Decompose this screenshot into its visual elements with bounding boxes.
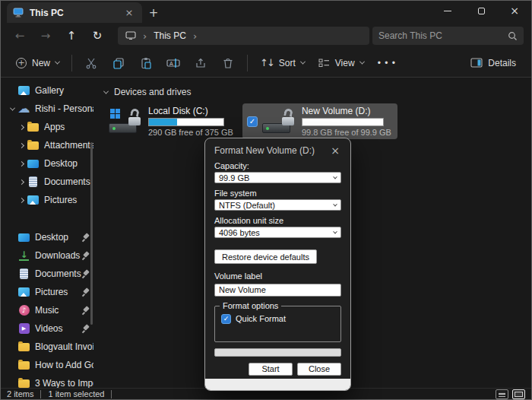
details-view-toggle[interactable] — [496, 389, 508, 399]
close-icon: × — [510, 5, 519, 17]
gallery-icon — [17, 84, 30, 97]
maximize-button[interactable] — [464, 1, 498, 21]
sidebar-item-3-ways-folder[interactable]: 3 Ways to Impo — [1, 374, 93, 388]
view-button[interactable]: View — [312, 53, 370, 73]
refresh-button[interactable]: ↻ — [86, 25, 109, 46]
share-button[interactable] — [188, 52, 214, 75]
pictures-icon — [27, 194, 40, 206]
sort-button[interactable]: ↑↓ Sort — [254, 52, 311, 73]
tab-this-pc[interactable]: This PC × — [7, 2, 142, 23]
drive-selected-checkbox[interactable]: ✓ — [247, 116, 258, 127]
chevron-right-icon[interactable] — [18, 160, 24, 166]
breadcrumb-separator[interactable]: › — [193, 30, 197, 42]
sidebar-item-attachments[interactable]: Attachments — [1, 136, 93, 154]
chevron-down-icon[interactable] — [9, 105, 14, 110]
more-options-button[interactable]: • • • — [372, 53, 402, 73]
chevron-right-icon[interactable] — [18, 179, 24, 184]
details-pane-button[interactable]: Details — [464, 53, 522, 73]
quick-format-row[interactable]: ✓ Quick Format — [221, 314, 334, 324]
minimize-button[interactable] — [431, 1, 464, 21]
delete-button[interactable] — [215, 52, 241, 75]
drive-tile-new-volume-d[interactable]: ✓ New Volume (D:) 99.8 GB free of 99.9 G… — [242, 103, 397, 139]
start-button[interactable]: Start — [249, 363, 293, 376]
drive-usage-bar — [148, 118, 224, 126]
search-input[interactable] — [378, 30, 508, 41]
drive-free-space: 99.8 GB free of 99.9 GB — [302, 128, 391, 137]
allocation-unit-label: Allocation unit size — [214, 216, 341, 225]
selected-count: 1 item selected — [48, 389, 104, 398]
sidebar-item-pictures-pinned[interactable]: Pictures — [1, 283, 93, 301]
format-options-group: Format options ✓ Quick Format — [214, 306, 341, 342]
sidebar-item-onedrive[interactable]: ☁ Rishi - Personal — [1, 100, 93, 118]
forward-button[interactable]: → — [34, 25, 57, 46]
close-button[interactable]: × — [498, 1, 531, 21]
documents-icon — [27, 176, 40, 188]
search-box[interactable] — [372, 27, 524, 45]
items-count: 2 items — [7, 389, 33, 398]
sidebar-item-gallery[interactable]: Gallery — [1, 81, 93, 100]
restore-defaults-button[interactable]: Restore device defaults — [214, 249, 317, 264]
copy-button[interactable] — [106, 52, 131, 75]
folder-icon — [17, 359, 30, 371]
windows-logo-icon — [110, 109, 120, 119]
dialog-close-button[interactable]: Close — [297, 363, 341, 376]
capacity-label: Capacity: — [214, 161, 341, 170]
drive-tile-local-disk-c[interactable]: Local Disk (C:) 290 GB free of 375 GB — [104, 103, 239, 139]
toolbar-divider — [71, 55, 72, 71]
sidebar-item-desktop-onedrive[interactable]: Desktop — [1, 154, 93, 173]
chevron-down-icon[interactable] — [103, 88, 109, 94]
capacity-dropdown[interactable]: 99.9 GB — [214, 172, 341, 183]
up-button[interactable]: ↑ — [60, 25, 83, 46]
rename-icon: A — [166, 57, 180, 69]
dialog-close-icon[interactable]: × — [329, 145, 341, 156]
trash-icon — [222, 57, 234, 69]
drive-usage-bar — [302, 118, 384, 126]
devices-and-drives-header[interactable]: Devices and drives — [104, 87, 531, 97]
sidebar-item-documents-pinned[interactable]: Documents — [1, 265, 93, 283]
navigation-bar: ← → ↑ ↻ › This PC › — [1, 23, 531, 49]
format-dialog: Format New Volume (D:) × Capacity: 99.9 … — [204, 138, 351, 391]
sidebar-item-documents-onedrive[interactable]: Documents — [1, 173, 93, 191]
status-divider — [111, 390, 112, 398]
toolbar-divider — [247, 55, 248, 71]
chevron-right-icon[interactable] — [18, 124, 24, 129]
sidebar-scrollbar[interactable] — [90, 142, 93, 325]
new-button[interactable]: + New — [10, 53, 65, 73]
tab-close-icon[interactable]: × — [122, 7, 136, 18]
view-icon — [318, 58, 330, 68]
volume-label-input[interactable] — [214, 284, 341, 297]
section-header-label: Devices and drives — [114, 87, 191, 97]
minimize-icon — [444, 11, 451, 11]
paste-icon — [140, 57, 152, 69]
back-button[interactable]: ← — [8, 25, 31, 46]
paste-button[interactable] — [133, 52, 159, 75]
quick-format-checkbox[interactable]: ✓ — [221, 314, 231, 324]
breadcrumb-this-pc[interactable]: This PC — [154, 30, 186, 41]
status-divider — [40, 390, 41, 398]
sidebar-item-how-to-add-folder[interactable]: How to Add Go — [1, 356, 93, 374]
large-icons-view-toggle[interactable] — [512, 389, 525, 399]
navigation-pane: Gallery ☁ Rishi - Personal Apps Attachme… — [1, 78, 93, 388]
sidebar-item-blogvault-folder[interactable]: Blogvault Invoic — [1, 338, 93, 356]
chevron-right-icon[interactable] — [18, 142, 24, 148]
chevron-right-icon[interactable] — [18, 197, 24, 202]
videos-icon: ▶ — [17, 322, 30, 335]
rename-button[interactable]: A — [160, 52, 186, 75]
sidebar-item-pictures-onedrive[interactable]: Pictures — [1, 191, 93, 209]
volume-label-label: Volume label — [214, 271, 341, 281]
sidebar-section-gap — [1, 209, 93, 228]
sidebar-item-apps[interactable]: Apps — [1, 118, 93, 136]
sidebar-item-desktop-pinned[interactable]: Desktop — [1, 228, 93, 246]
pin-icon — [81, 323, 92, 334]
view-label: View — [335, 58, 355, 68]
allocation-unit-dropdown[interactable]: 4096 bytes — [214, 227, 341, 238]
sort-label: Sort — [279, 58, 296, 68]
address-bar[interactable]: › This PC › — [118, 27, 369, 45]
new-tab-button[interactable]: + — [142, 2, 165, 23]
new-label: New — [32, 58, 50, 68]
file-system-dropdown[interactable]: NTFS (Default) — [214, 199, 341, 211]
sidebar-item-videos-pinned[interactable]: ▶ Videos — [1, 319, 93, 338]
sidebar-item-music-pinned[interactable]: ♪ Music — [1, 301, 93, 319]
sidebar-item-downloads-pinned[interactable]: ↓ Downloads — [1, 246, 93, 265]
cut-button[interactable] — [78, 52, 104, 75]
